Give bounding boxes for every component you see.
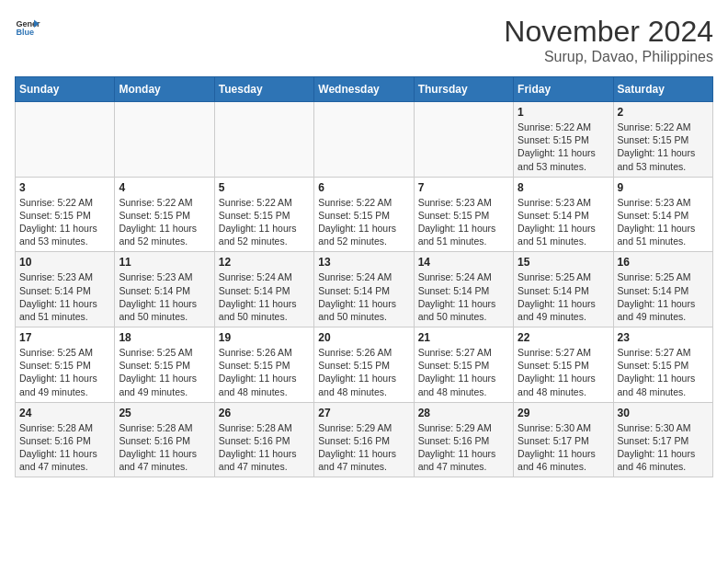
day-number: 11 xyxy=(119,256,210,269)
calendar-cell: 23Sunrise: 5:27 AMSunset: 5:15 PMDayligh… xyxy=(613,327,712,403)
day-number: 15 xyxy=(518,256,609,269)
day-info: Sunrise: 5:27 AMSunset: 5:15 PMDaylight:… xyxy=(418,346,509,398)
day-number: 7 xyxy=(418,181,509,194)
day-info: Sunrise: 5:27 AMSunset: 5:15 PMDaylight:… xyxy=(618,346,709,398)
day-of-week-header: Sunday xyxy=(16,77,115,102)
day-of-week-header: Monday xyxy=(115,77,214,102)
day-number: 9 xyxy=(618,181,709,194)
day-number: 20 xyxy=(318,331,409,344)
day-of-week-header: Friday xyxy=(514,77,613,102)
day-info: Sunrise: 5:22 AMSunset: 5:15 PMDaylight:… xyxy=(219,196,310,248)
calendar-cell: 1Sunrise: 5:22 AMSunset: 5:15 PMDaylight… xyxy=(514,102,613,178)
calendar-cell xyxy=(16,102,115,178)
day-info: Sunrise: 5:26 AMSunset: 5:15 PMDaylight:… xyxy=(318,346,409,398)
calendar-cell: 18Sunrise: 5:25 AMSunset: 5:15 PMDayligh… xyxy=(115,327,214,403)
day-number: 8 xyxy=(518,181,609,194)
calendar-cell: 3Sunrise: 5:22 AMSunset: 5:15 PMDaylight… xyxy=(16,177,115,252)
day-info: Sunrise: 5:24 AMSunset: 5:14 PMDaylight:… xyxy=(418,270,509,323)
calendar-cell: 26Sunrise: 5:28 AMSunset: 5:16 PMDayligh… xyxy=(214,402,313,477)
day-number: 27 xyxy=(318,407,409,419)
day-info: Sunrise: 5:22 AMSunset: 5:15 PMDaylight:… xyxy=(119,196,210,248)
calendar-cell: 4Sunrise: 5:22 AMSunset: 5:15 PMDaylight… xyxy=(115,177,214,252)
day-info: Sunrise: 5:29 AMSunset: 5:16 PMDaylight:… xyxy=(318,421,409,474)
calendar-cell xyxy=(314,102,414,178)
day-info: Sunrise: 5:29 AMSunset: 5:16 PMDaylight:… xyxy=(418,421,509,474)
calendar-cell: 22Sunrise: 5:27 AMSunset: 5:15 PMDayligh… xyxy=(514,327,613,403)
day-number: 18 xyxy=(119,331,210,344)
day-info: Sunrise: 5:24 AMSunset: 5:14 PMDaylight:… xyxy=(318,270,409,323)
day-info: Sunrise: 5:25 AMSunset: 5:15 PMDaylight:… xyxy=(119,346,210,398)
calendar-cell: 10Sunrise: 5:23 AMSunset: 5:14 PMDayligh… xyxy=(16,252,115,327)
calendar-cell: 19Sunrise: 5:26 AMSunset: 5:15 PMDayligh… xyxy=(214,327,313,403)
calendar-cell: 28Sunrise: 5:29 AMSunset: 5:16 PMDayligh… xyxy=(414,402,513,477)
calendar-cell: 30Sunrise: 5:30 AMSunset: 5:17 PMDayligh… xyxy=(613,402,712,477)
day-info: Sunrise: 5:23 AMSunset: 5:15 PMDaylight:… xyxy=(418,196,509,248)
day-info: Sunrise: 5:23 AMSunset: 5:14 PMDaylight:… xyxy=(618,196,709,248)
day-of-week-header: Tuesday xyxy=(214,77,313,102)
day-of-week-header: Thursday xyxy=(414,77,513,102)
day-info: Sunrise: 5:23 AMSunset: 5:14 PMDaylight:… xyxy=(119,270,210,323)
calendar-cell: 2Sunrise: 5:22 AMSunset: 5:15 PMDaylight… xyxy=(613,102,712,178)
day-number: 17 xyxy=(19,331,110,344)
day-info: Sunrise: 5:25 AMSunset: 5:15 PMDaylight:… xyxy=(19,346,110,398)
day-number: 30 xyxy=(618,407,709,419)
day-info: Sunrise: 5:22 AMSunset: 5:15 PMDaylight:… xyxy=(518,121,609,173)
day-number: 2 xyxy=(618,106,709,119)
day-number: 22 xyxy=(518,331,609,344)
day-number: 6 xyxy=(318,181,409,194)
calendar-cell: 17Sunrise: 5:25 AMSunset: 5:15 PMDayligh… xyxy=(16,327,115,403)
calendar-cell: 24Sunrise: 5:28 AMSunset: 5:16 PMDayligh… xyxy=(16,402,115,477)
day-info: Sunrise: 5:27 AMSunset: 5:15 PMDaylight:… xyxy=(518,346,609,398)
day-number: 12 xyxy=(219,256,310,269)
day-number: 10 xyxy=(19,256,110,269)
day-number: 3 xyxy=(19,181,110,194)
day-info: Sunrise: 5:28 AMSunset: 5:16 PMDaylight:… xyxy=(219,421,310,474)
day-info: Sunrise: 5:25 AMSunset: 5:14 PMDaylight:… xyxy=(618,270,709,323)
day-info: Sunrise: 5:26 AMSunset: 5:15 PMDaylight:… xyxy=(219,346,310,398)
calendar-cell: 20Sunrise: 5:26 AMSunset: 5:15 PMDayligh… xyxy=(314,327,414,403)
day-number: 23 xyxy=(618,331,709,344)
calendar-cell: 11Sunrise: 5:23 AMSunset: 5:14 PMDayligh… xyxy=(115,252,214,327)
title-block: November 2024 Surup, Davao, Philippines xyxy=(504,15,713,65)
calendar-table: SundayMondayTuesdayWednesdayThursdayFrid… xyxy=(15,76,713,477)
day-info: Sunrise: 5:22 AMSunset: 5:15 PMDaylight:… xyxy=(318,196,409,248)
calendar-cell: 16Sunrise: 5:25 AMSunset: 5:14 PMDayligh… xyxy=(613,252,712,327)
calendar-cell: 29Sunrise: 5:30 AMSunset: 5:17 PMDayligh… xyxy=(514,402,613,477)
day-number: 25 xyxy=(119,407,210,419)
day-number: 29 xyxy=(518,407,609,419)
day-number: 5 xyxy=(219,181,310,194)
calendar-cell: 15Sunrise: 5:25 AMSunset: 5:14 PMDayligh… xyxy=(514,252,613,327)
day-info: Sunrise: 5:30 AMSunset: 5:17 PMDaylight:… xyxy=(518,421,609,474)
month-year-title: November 2024 xyxy=(504,15,713,49)
calendar-cell: 14Sunrise: 5:24 AMSunset: 5:14 PMDayligh… xyxy=(414,252,513,327)
calendar-cell: 25Sunrise: 5:28 AMSunset: 5:16 PMDayligh… xyxy=(115,402,214,477)
svg-text:Blue: Blue xyxy=(16,28,34,37)
calendar-cell: 27Sunrise: 5:29 AMSunset: 5:16 PMDayligh… xyxy=(314,402,414,477)
page-header: General Blue November 2024 Surup, Davao,… xyxy=(15,15,713,65)
calendar-cell xyxy=(214,102,313,178)
calendar-cell: 21Sunrise: 5:27 AMSunset: 5:15 PMDayligh… xyxy=(414,327,513,403)
day-number: 1 xyxy=(518,106,609,119)
day-number: 24 xyxy=(19,407,110,419)
day-number: 21 xyxy=(418,331,509,344)
day-info: Sunrise: 5:22 AMSunset: 5:15 PMDaylight:… xyxy=(618,121,709,173)
calendar-cell: 5Sunrise: 5:22 AMSunset: 5:15 PMDaylight… xyxy=(214,177,313,252)
day-info: Sunrise: 5:28 AMSunset: 5:16 PMDaylight:… xyxy=(19,421,110,474)
logo-icon: General Blue xyxy=(15,15,40,40)
day-number: 14 xyxy=(418,256,509,269)
day-info: Sunrise: 5:25 AMSunset: 5:14 PMDaylight:… xyxy=(518,270,609,323)
day-of-week-header: Wednesday xyxy=(314,77,414,102)
calendar-cell: 12Sunrise: 5:24 AMSunset: 5:14 PMDayligh… xyxy=(214,252,313,327)
day-info: Sunrise: 5:22 AMSunset: 5:15 PMDaylight:… xyxy=(19,196,110,248)
day-number: 19 xyxy=(219,331,310,344)
day-info: Sunrise: 5:28 AMSunset: 5:16 PMDaylight:… xyxy=(119,421,210,474)
day-info: Sunrise: 5:23 AMSunset: 5:14 PMDaylight:… xyxy=(19,270,110,323)
day-info: Sunrise: 5:24 AMSunset: 5:14 PMDaylight:… xyxy=(219,270,310,323)
day-info: Sunrise: 5:30 AMSunset: 5:17 PMDaylight:… xyxy=(618,421,709,474)
calendar-cell xyxy=(115,102,214,178)
calendar-cell: 8Sunrise: 5:23 AMSunset: 5:14 PMDaylight… xyxy=(514,177,613,252)
day-number: 16 xyxy=(618,256,709,269)
location-subtitle: Surup, Davao, Philippines xyxy=(504,49,713,65)
calendar-cell: 6Sunrise: 5:22 AMSunset: 5:15 PMDaylight… xyxy=(314,177,414,252)
calendar-cell: 13Sunrise: 5:24 AMSunset: 5:14 PMDayligh… xyxy=(314,252,414,327)
